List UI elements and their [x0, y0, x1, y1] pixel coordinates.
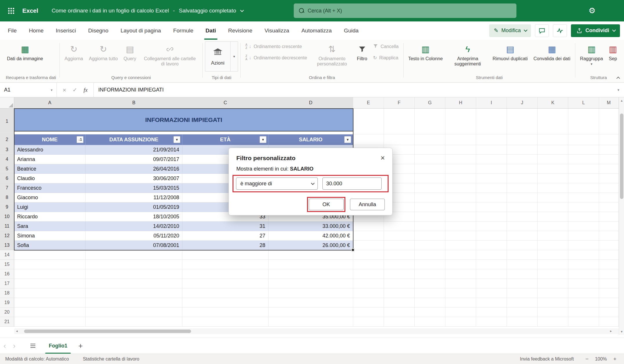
- cell-J11[interactable]: [507, 222, 538, 231]
- cell-B4[interactable]: 09/07/2017: [86, 155, 182, 164]
- condition-dropdown[interactable]: è maggiore di: [236, 178, 318, 190]
- cell-H20[interactable]: [445, 308, 476, 317]
- cell-K13[interactable]: [538, 241, 568, 250]
- cell-C11[interactable]: 31: [182, 222, 269, 231]
- row-header-6[interactable]: 6: [0, 174, 14, 183]
- cell-F14[interactable]: [384, 250, 415, 260]
- row-header-18[interactable]: 18: [0, 288, 14, 298]
- cell-E20[interactable]: [353, 308, 384, 317]
- cell-K5[interactable]: [538, 164, 568, 174]
- collegamenti-cartelle-button[interactable]: Collegamenti alle cartelle di lavoro: [140, 41, 200, 67]
- cell-D14[interactable]: [269, 250, 353, 260]
- row-header-5[interactable]: 5: [0, 164, 14, 174]
- feedback-link[interactable]: Invia feedback a Microsoft: [520, 356, 574, 362]
- scroll-up-icon[interactable]: ▴: [619, 98, 624, 103]
- cell-B12[interactable]: 05/11/2020: [86, 231, 182, 241]
- column-header-D[interactable]: D: [269, 97, 353, 108]
- cell-K2[interactable]: [538, 134, 568, 145]
- cell-H18[interactable]: [445, 288, 476, 298]
- cell-J20[interactable]: [507, 308, 538, 317]
- cell-L6[interactable]: [568, 174, 599, 183]
- cell-J18[interactable]: [507, 288, 538, 298]
- cell-A20[interactable]: [14, 308, 86, 317]
- cell-F21[interactable]: [384, 317, 415, 327]
- cell-I2[interactable]: [476, 134, 507, 145]
- search-input[interactable]: [308, 8, 511, 14]
- cell-G1[interactable]: [415, 109, 445, 134]
- cell-B8[interactable]: 11/12/2008: [86, 193, 182, 202]
- row-header-15[interactable]: 15: [0, 260, 14, 269]
- table-header-nome[interactable]: NOME↓1: [14, 134, 86, 145]
- cell-F18[interactable]: [384, 288, 415, 298]
- query-button[interactable]: ▤ Query: [121, 41, 139, 61]
- insert-function-icon[interactable]: fx: [84, 87, 88, 93]
- cell-H17[interactable]: [445, 279, 476, 288]
- cell-C14[interactable]: [182, 250, 269, 260]
- cell-D12[interactable]: 42.000,00 €: [269, 231, 353, 241]
- cell-I11[interactable]: [476, 222, 507, 231]
- cell-L10[interactable]: [568, 212, 599, 222]
- row-header-20[interactable]: 20: [0, 308, 14, 317]
- cell-K14[interactable]: [538, 250, 568, 260]
- cell-L13[interactable]: [568, 241, 599, 250]
- cell-I19[interactable]: [476, 298, 507, 308]
- cell-J16[interactable]: [507, 269, 538, 279]
- ordinamento-crescente-button[interactable]: AZ↓ Ordinamento crescente: [243, 41, 309, 52]
- cell-I4[interactable]: [476, 155, 507, 164]
- select-all-button[interactable]: [0, 97, 14, 108]
- cell-C20[interactable]: [182, 308, 269, 317]
- cell-H16[interactable]: [445, 269, 476, 279]
- cell-M18[interactable]: [599, 288, 619, 298]
- cell-H4[interactable]: [445, 155, 476, 164]
- column-header-J[interactable]: J: [507, 97, 538, 108]
- cell-L20[interactable]: [568, 308, 599, 317]
- cell-C12[interactable]: 27: [182, 231, 269, 241]
- settings-gear-icon[interactable]: ⚙: [589, 0, 596, 21]
- cell-A13[interactable]: Sofia: [14, 241, 86, 250]
- cell-F13[interactable]: [384, 241, 415, 250]
- anteprima-suggerimenti-button[interactable]: ϟ Anteprima suggerimenti: [446, 41, 489, 67]
- cell-H6[interactable]: [445, 174, 476, 183]
- cell-J17[interactable]: [507, 279, 538, 288]
- cell-I16[interactable]: [476, 269, 507, 279]
- cell-G19[interactable]: [415, 298, 445, 308]
- cell-E12[interactable]: [353, 231, 384, 241]
- cell-L17[interactable]: [568, 279, 599, 288]
- formula-content[interactable]: INFORMAZIONI IMPIEGATI: [94, 87, 613, 93]
- condividi-button[interactable]: Condividi: [571, 24, 620, 37]
- cell-K18[interactable]: [538, 288, 568, 298]
- cell-J12[interactable]: [507, 231, 538, 241]
- tab-dati[interactable]: Dati: [199, 21, 222, 40]
- column-header-A[interactable]: A: [14, 97, 86, 108]
- row-header-3[interactable]: 3: [0, 145, 14, 155]
- column-header-B[interactable]: B: [86, 97, 182, 108]
- cell-L9[interactable]: [568, 202, 599, 212]
- rimuovi-duplicati-button[interactable]: ▤ Rimuovi duplicati: [490, 41, 530, 61]
- cell-E1[interactable]: [353, 109, 384, 134]
- column-header-M[interactable]: M: [599, 97, 619, 108]
- aggiorna-button[interactable]: ↻ Aggiorna: [62, 41, 85, 61]
- dialog-close-button[interactable]: ×: [380, 154, 385, 162]
- cell-L1[interactable]: [568, 109, 599, 134]
- azioni-dropdown[interactable]: ▾: [230, 42, 238, 71]
- cell-E16[interactable]: [353, 269, 384, 279]
- workbook-stats-button[interactable]: Statistiche cartella di lavoro: [83, 356, 139, 362]
- cell-B11[interactable]: 14/02/2010: [86, 222, 182, 231]
- cell-M17[interactable]: [599, 279, 619, 288]
- cell-D21[interactable]: [269, 317, 353, 327]
- cell-C16[interactable]: [182, 269, 269, 279]
- cell-M6[interactable]: [599, 174, 619, 183]
- column-header-I[interactable]: I: [476, 97, 507, 108]
- tab-layout-di-pagina[interactable]: Layout di pagina: [115, 21, 167, 40]
- cell-L11[interactable]: [568, 222, 599, 231]
- tab-revisione[interactable]: Revisione: [222, 21, 258, 40]
- cell-B20[interactable]: [86, 308, 182, 317]
- cell-M16[interactable]: [599, 269, 619, 279]
- cell-J10[interactable]: [507, 212, 538, 222]
- cell-D19[interactable]: [269, 298, 353, 308]
- cell-A18[interactable]: [14, 288, 86, 298]
- cell-A8[interactable]: Giacomo: [14, 193, 86, 202]
- ok-button[interactable]: OK: [309, 199, 344, 210]
- cell-E11[interactable]: [353, 222, 384, 231]
- row-header-19[interactable]: 19: [0, 298, 14, 308]
